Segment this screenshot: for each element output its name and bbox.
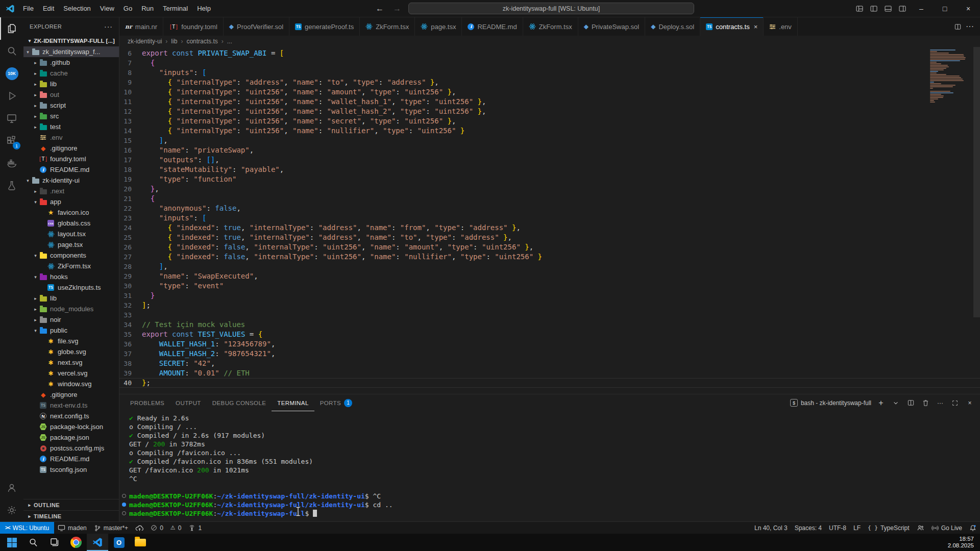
tab-foundry.toml[interactable]: [T]foundry.toml	[163, 17, 224, 36]
split-editor-icon[interactable]	[952, 21, 963, 32]
tab-Deploy.s.sol[interactable]: ◆Deploy.s.sol	[645, 17, 700, 36]
tree-item-zk-identityswap-f...[interactable]: ▾zk_identityswap_f...	[23, 46, 119, 57]
terminal[interactable]: ✔ Ready in 2.6so Compiling / ...✔ Compil…	[119, 411, 980, 521]
tree-item-next.config.ts[interactable]: Nnext.config.ts	[23, 411, 119, 421]
tree-item-script[interactable]: ▸script	[23, 100, 119, 111]
back-arrow-icon[interactable]: ←	[374, 4, 386, 13]
panel-tab-terminal[interactable]: TERMINAL	[272, 394, 314, 411]
tree-item-.gitignore[interactable]: ◆.gitignore	[23, 389, 119, 400]
tree-item-globe.svg[interactable]: ✱globe.svg	[23, 346, 119, 357]
breadcrumb-item[interactable]: ...	[227, 38, 232, 45]
search-icon[interactable]	[0, 40, 23, 62]
customize-layout-icon[interactable]	[852, 0, 867, 17]
status-utf-8[interactable]: UTF-8	[825, 522, 850, 534]
tree-item-.next[interactable]: ▸.next	[23, 186, 119, 196]
status-cloud-upload[interactable]	[132, 522, 147, 534]
status-maden[interactable]: maden	[54, 522, 90, 534]
taskbar-clock[interactable]: 18:57 2.08.2025	[948, 536, 980, 549]
tab-.env[interactable]: .env	[764, 17, 798, 36]
breadcrumb-item[interactable]: lib	[171, 38, 177, 45]
tree-item-.github[interactable]: ▸.github	[23, 57, 119, 68]
status-typescript[interactable]: { }TypeScript	[864, 522, 913, 534]
tree-item-src[interactable]: ▸src	[23, 111, 119, 121]
settings-gear-icon[interactable]	[0, 499, 23, 521]
tree-item-README.md[interactable]: iREADME.md	[23, 454, 119, 464]
forward-arrow-icon[interactable]: →	[391, 4, 403, 13]
tree-item-package.json[interactable]: JSpackage.json	[23, 432, 119, 443]
tree-item-layout.tsx[interactable]: layout.tsx	[23, 229, 119, 239]
explorer-more-icon[interactable]: ···	[104, 22, 113, 31]
status-go-live[interactable]: Go Live	[928, 522, 966, 534]
panel-tab-output[interactable]: OUTPUT	[170, 394, 207, 411]
status-0[interactable]: 0	[147, 522, 167, 534]
close-panel-icon[interactable]: ×	[965, 398, 975, 408]
minimize-button[interactable]: –	[910, 0, 933, 17]
menu-edit[interactable]: Edit	[38, 0, 59, 17]
tab-page.tsx[interactable]: page.tsx	[415, 17, 462, 36]
breadcrumb-item[interactable]: zk-identity-ui	[128, 38, 162, 45]
taskbar-vscode-icon[interactable]	[87, 534, 108, 551]
tree-item-README.md[interactable]: iREADME.md	[23, 164, 119, 175]
taskbar-outlook-icon[interactable]: O	[108, 534, 130, 551]
status-master-[interactable]: master*+	[90, 522, 132, 534]
toggle-secondary-sidebar-icon[interactable]	[895, 0, 910, 17]
status-wsl-ubuntu[interactable]: ><WSL: Ubuntu	[0, 522, 54, 534]
close-button[interactable]: ×	[957, 0, 980, 17]
close-tab-icon[interactable]: ×	[754, 23, 758, 31]
taskbar-file-explorer-icon[interactable]	[130, 534, 151, 551]
panel-more-icon[interactable]: ···	[935, 398, 945, 408]
tree-item-out[interactable]: ▸out	[23, 89, 119, 100]
tree-item-package-lock.json[interactable]: JSpackage-lock.json	[23, 421, 119, 432]
menu-terminal[interactable]: Terminal	[158, 0, 192, 17]
docker-icon[interactable]	[0, 152, 23, 174]
breadcrumb-item[interactable]: contracts.ts	[186, 38, 217, 45]
tree-item-page.tsx[interactable]: page.tsx	[23, 239, 119, 250]
tree-item-vercel.svg[interactable]: ✱vercel.svg	[23, 368, 119, 379]
taskbar-chrome-icon[interactable]	[65, 534, 87, 551]
tree-item-test[interactable]: ▸test	[23, 121, 119, 132]
circle-badge-icon[interactable]: 10K	[0, 62, 23, 85]
tree-item-globals.css[interactable]: cssglobals.css	[23, 218, 119, 229]
run-debug-icon[interactable]	[0, 85, 23, 107]
terminal-dropdown-icon[interactable]	[891, 398, 901, 408]
command-decoration[interactable]	[122, 494, 126, 498]
tab-generateProof.ts[interactable]: TSgenerateProof.ts	[289, 17, 360, 36]
tree-item-ZkForm.tsx[interactable]: ZkForm.tsx	[23, 261, 119, 271]
code-editor[interactable]: 6export const PRIVATE_SWAP_ABI = [7 {8 "…	[119, 47, 980, 394]
menu-go[interactable]: Go	[119, 0, 137, 17]
new-terminal-icon[interactable]: +	[876, 398, 886, 408]
tree-item-window.svg[interactable]: ✱window.svg	[23, 379, 119, 389]
tree-item-foundry.toml[interactable]: [T]foundry.toml	[23, 154, 119, 164]
explorer-icon[interactable]	[0, 17, 23, 40]
status-ln-40-col-3[interactable]: Ln 40, Col 3	[751, 522, 791, 534]
tab-ProofVerifier.sol[interactable]: ◆ProofVerifier.sol	[224, 17, 289, 36]
status-bell[interactable]	[966, 522, 980, 534]
status-0[interactable]: ⚠0	[167, 522, 185, 534]
panel-tab-debug-console[interactable]: DEBUG CONSOLE	[207, 394, 272, 411]
command-decoration[interactable]	[122, 511, 126, 515]
tree-item-lib[interactable]: ▸lib	[23, 79, 119, 89]
section-outline[interactable]: ▸OUTLINE	[23, 499, 119, 510]
beaker-icon[interactable]	[0, 174, 23, 197]
status-spaces-4[interactable]: Spaces: 4	[791, 522, 825, 534]
tree-item-noir[interactable]: ▸noir	[23, 314, 119, 325]
remote-explorer-icon[interactable]	[0, 107, 23, 130]
kill-terminal-icon[interactable]	[920, 398, 930, 408]
tree-item-next-env.d.ts[interactable]: TSnext-env.d.ts	[23, 400, 119, 411]
command-center-search[interactable]: zk-identityswap-full [WSL: Ubuntu]	[408, 3, 694, 14]
split-terminal-icon[interactable]	[905, 398, 916, 408]
tree-item-tsconfig.json[interactable]: TStsconfig.json	[23, 464, 119, 475]
tree-item-cache[interactable]: ▸cache	[23, 68, 119, 79]
taskbar-task-search-icon[interactable]	[22, 534, 44, 551]
taskbar-task-view-icon[interactable]	[44, 534, 65, 551]
workspace-root-row[interactable]: ▾ ZK-IDENTITYSWAP-FULL [...]	[23, 35, 119, 46]
toggle-panel-icon[interactable]	[881, 0, 895, 17]
tab-PrivateSwap.sol[interactable]: ◆PrivateSwap.sol	[578, 17, 645, 36]
tab-ZkForm.tsx[interactable]: ZkForm.tsx	[523, 17, 578, 36]
tree-item-zk-identity-ui[interactable]: ▾zk-identity-ui	[23, 175, 119, 186]
extensions-icon[interactable]: 1	[0, 130, 23, 152]
panel-tab-ports[interactable]: PORTS1	[314, 394, 358, 411]
menu-file[interactable]: File	[18, 0, 38, 17]
terminal-instance[interactable]: $ bash - zk-identityswap-full	[790, 399, 871, 407]
maximize-panel-icon[interactable]	[950, 398, 960, 408]
